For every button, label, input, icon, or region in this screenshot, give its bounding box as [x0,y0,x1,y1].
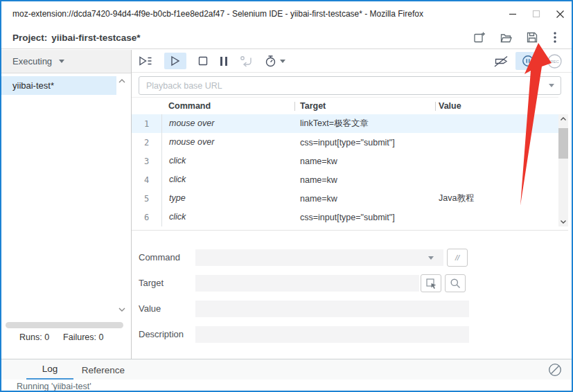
find-target-button[interactable] [445,274,466,292]
chevron-down-icon [59,60,64,63]
clear-log-icon [548,363,562,377]
project-title: Project: yiibai-first-testcase* [1,33,141,43]
clear-log-button[interactable] [548,363,562,377]
value-field-label: Value [139,301,161,317]
cell-command: click [161,208,298,226]
cell-command: click [161,170,298,189]
run-stats: Runs: 0 Failures: 0 [19,332,103,342]
project-actions [472,30,572,45]
svg-text:REC: REC [550,59,559,63]
chevron-down-icon [280,60,285,63]
select-target-button[interactable] [421,274,441,292]
runs-count: Runs: 0 [19,332,49,342]
new-project-button[interactable] [472,30,487,45]
sidebar-horizontal-scrollbar[interactable] [6,322,123,328]
run-current-test-button[interactable] [164,53,186,69]
table-row[interactable]: 4 click name=kw [132,170,558,189]
test-list-dropdown[interactable]: Executing [1,50,131,73]
playback-url-dropdown-icon[interactable] [549,84,554,87]
cell-target: name=kw [298,194,437,204]
chevron-down-icon [561,220,566,224]
row-number: 3 [132,157,161,166]
toolbar-right-controls: REC [493,52,563,70]
column-divider [435,102,436,111]
row-number: 2 [132,138,161,148]
cell-target: css=input[type="submit"] [298,138,437,148]
run-all-icon [139,55,152,66]
command-field[interactable] [195,249,443,266]
comment-toggle-label: // [455,253,459,262]
play-icon [170,55,180,66]
log-message: Running 'yiibai-test' [17,382,91,391]
tab-log[interactable]: Log [26,359,73,380]
pause-on-exceptions-button[interactable] [515,52,540,70]
target-field[interactable] [195,275,419,292]
disable-breakpoints-button[interactable] [493,55,509,67]
command-column-header[interactable]: Command [161,101,298,111]
stop-icon [198,56,208,66]
cell-command: click [161,152,298,170]
log-tab-label: Log [42,364,58,374]
sidebar-scroll-up[interactable] [118,79,125,83]
window-controls [501,1,572,26]
open-project-button[interactable] [498,30,513,45]
cell-target: name=kw [298,175,437,185]
save-project-button[interactable] [524,30,540,45]
project-menu-button[interactable] [551,30,559,45]
search-icon [450,278,461,289]
cell-target: css=input[type="submit"] [298,213,437,222]
close-button[interactable] [548,1,572,26]
select-element-icon [425,278,437,289]
pause-icon [220,56,228,66]
pause-on-exceptions-icon [522,55,534,67]
sidebar-scroll-down[interactable] [118,308,125,312]
pause-button[interactable] [220,56,228,66]
commands-table: 1 mouse over linkText=极客文章 2 mouse over … [132,114,558,226]
run-all-tests-button[interactable] [139,55,152,66]
playback-toolbar: REC [132,50,572,73]
scroll-up-arrow[interactable] [561,117,566,121]
target-column-header[interactable]: Target [298,101,437,111]
sidebar-item-test-case[interactable]: yiibai-test* [1,76,116,95]
test-list-dropdown-label: Executing [12,56,52,66]
table-row[interactable]: 5 type name=kw Java教程 [132,189,558,208]
table-row[interactable]: 3 click name=kw [132,152,558,170]
stop-button[interactable] [198,56,208,66]
minimize-button[interactable] [501,1,524,26]
scrollbar-thumb[interactable] [558,128,568,159]
chevron-down-icon [118,308,125,312]
maximize-button[interactable] [524,1,548,26]
disable-breakpoints-icon [493,55,509,67]
step-over-button[interactable] [240,55,253,67]
maximize-icon [532,10,540,18]
tab-reference[interactable]: Reference [78,359,129,380]
cell-command: type [161,189,298,208]
minimize-icon [509,10,517,18]
record-button[interactable]: REC [547,53,563,69]
test-speed-button[interactable] [265,55,285,67]
window-title: moz-extension://dcda7420-94d4-4f9e-b0cb-… [1,9,423,19]
table-scrollbar[interactable] [558,114,568,226]
value-column-header[interactable]: Value [437,101,558,111]
table-row[interactable]: 6 click css=input[type="submit"] [132,208,558,226]
row-number: 6 [132,213,161,222]
table-row[interactable]: 1 mouse over linkText=极客文章 [132,114,558,133]
scroll-down-arrow[interactable] [561,220,566,224]
description-field[interactable] [195,326,469,343]
title-bar: moz-extension://dcda7420-94d4-4f9e-b0cb-… [1,1,572,26]
chevron-up-icon [561,117,566,121]
table-row[interactable]: 2 mouse over css=input[type="submit"] [132,133,558,152]
command-dropdown-icon[interactable] [428,256,434,260]
chevron-up-icon [118,79,125,83]
close-icon [556,10,565,19]
bottom-tab-bar: Log Reference [0,359,573,380]
playback-base-url-input[interactable] [139,76,561,95]
cell-command: mouse over [161,133,298,152]
step-over-icon [240,55,253,67]
row-number: 4 [132,175,161,185]
open-folder-icon [500,32,513,44]
kebab-menu-icon [554,32,556,43]
toggle-comment-button[interactable]: // [447,249,468,267]
stopwatch-icon [265,55,276,67]
value-field[interactable] [195,301,469,317]
